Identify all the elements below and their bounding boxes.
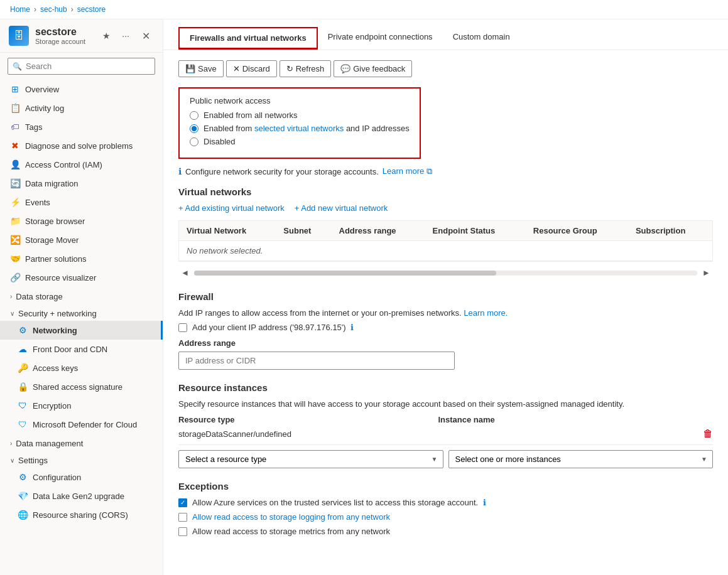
sidebar-item-resource-visualizer[interactable]: 🔗 Resource visualizer <box>0 268 163 287</box>
sidebar-item-tags[interactable]: 🏷 Tags <box>0 117 163 136</box>
tab-custom-domain[interactable]: Custom domain <box>443 27 520 50</box>
scroll-track[interactable] <box>194 271 697 276</box>
sidebar-item-defender[interactable]: 🛡 Microsoft Defender for Cloud <box>0 415 163 434</box>
azure-services-checkbox[interactable]: ✓ <box>178 498 187 507</box>
diagnose-label: Diagnose and solve problems <box>25 141 133 151</box>
front-door-icon: ☁ <box>18 344 28 354</box>
feedback-button[interactable]: 💬 Give feedback <box>334 60 412 77</box>
public-network-access-box: Public network access Enabled from all n… <box>178 87 421 159</box>
radio-selected-networks-input[interactable] <box>190 124 198 133</box>
sidebar-item-data-lake[interactable]: 💎 Data Lake Gen2 upgrade <box>0 486 163 505</box>
sidebar-item-storage-mover[interactable]: 🔀 Storage Mover <box>0 230 163 249</box>
toolbar: 💾 Save ✕ Discard ↻ Refresh 💬 Give feedba… <box>178 60 713 77</box>
content-area: Firewalls and virtual networks Private e… <box>163 19 728 575</box>
client-ip-label[interactable]: Add your client IP address ('98.97.176.1… <box>192 323 354 332</box>
diagnose-icon: ✖ <box>10 141 20 151</box>
existing-resource-value: storageDataScanner/undefined <box>178 429 436 439</box>
breadcrumb-secstore[interactable]: secstore <box>77 5 106 14</box>
add-existing-vnet-button[interactable]: + Add existing virtual network <box>178 203 285 213</box>
sidebar-item-partner-solutions[interactable]: 🤝 Partner solutions <box>0 249 163 268</box>
resource-type-select-container: Select a resource type ▼ <box>178 450 443 468</box>
encryption-label: Encryption <box>33 401 71 411</box>
cors-icon: 🌐 <box>18 510 28 520</box>
scroll-right-button[interactable]: ► <box>700 267 713 279</box>
radio-selected-networks-label[interactable]: Enabled from selected virtual networks a… <box>204 124 410 133</box>
data-storage-chevron: › <box>10 293 12 300</box>
defender-icon: 🛡 <box>18 419 28 429</box>
col-resource-type-header: Resource type <box>178 415 433 424</box>
events-label: Events <box>25 198 50 207</box>
scroll-left-button[interactable]: ◄ <box>178 267 192 279</box>
read-logging-checkbox[interactable] <box>178 513 187 522</box>
storage-browser-icon: 📁 <box>10 216 20 226</box>
vnet-table-container: Virtual Network Subnet Address range End… <box>178 220 713 262</box>
resource-instances-section: Resource instances Specify resource inst… <box>178 382 713 468</box>
save-icon: 💾 <box>185 64 195 73</box>
sidebar-item-activity-log[interactable]: 📋 Activity log <box>0 99 163 117</box>
sidebar-item-encryption[interactable]: 🛡 Encryption <box>0 396 163 415</box>
instance-name-select-container: Select one or more instances ▼ <box>448 450 714 468</box>
iam-icon: 👤 <box>10 159 20 169</box>
resource-visualizer-icon: 🔗 <box>10 272 20 282</box>
sidebar-item-data-migration[interactable]: 🔄 Data migration <box>0 174 163 193</box>
refresh-button[interactable]: ↻ Refresh <box>280 60 332 77</box>
resource-row-existing: storageDataScanner/undefined 🗑 <box>178 428 713 445</box>
info-row: ℹ Configure network security for your st… <box>178 166 713 176</box>
sidebar-item-shared-access[interactable]: 🔒 Shared access signature <box>0 377 163 396</box>
data-storage-section[interactable]: › Data storage <box>0 287 163 304</box>
instance-name-select[interactable]: Select one or more instances <box>449 451 697 468</box>
client-ip-checkbox[interactable] <box>178 323 187 332</box>
virtual-networks-title: Virtual networks <box>178 186 713 197</box>
read-logging-link[interactable]: Allow read access to storage logging fro… <box>192 512 390 522</box>
delete-resource-button[interactable]: 🗑 <box>703 428 713 439</box>
sidebar-item-access-keys[interactable]: 🔑 Access keys <box>0 358 163 377</box>
radio-disabled-label[interactable]: Disabled <box>204 137 236 146</box>
sidebar-item-diagnose[interactable]: ✖ Diagnose and solve problems <box>0 136 163 155</box>
save-button[interactable]: 💾 Save <box>178 60 224 77</box>
breadcrumb-home[interactable]: Home <box>10 5 30 14</box>
discard-button[interactable]: ✕ Discard <box>226 60 277 77</box>
data-management-section[interactable]: › Data management <box>0 434 163 451</box>
resource-type-select[interactable]: Select a resource type <box>179 451 426 468</box>
radio-all-networks-label[interactable]: Enabled from all networks <box>204 110 298 120</box>
shared-access-icon: 🔒 <box>18 382 28 392</box>
close-button[interactable]: ✕ <box>138 29 154 43</box>
virtual-networks-section: Virtual networks + Add existing virtual … <box>178 186 713 279</box>
content-body: 💾 Save ✕ Discard ↻ Refresh 💬 Give feedba… <box>163 50 728 575</box>
settings-section[interactable]: ∨ Settings <box>0 451 163 468</box>
storage-mover-icon: 🔀 <box>10 235 20 245</box>
sidebar-item-cors[interactable]: 🌐 Resource sharing (CORS) <box>0 505 163 524</box>
add-new-vnet-button[interactable]: + Add new virtual network <box>295 203 388 213</box>
feedback-icon: 💬 <box>340 64 350 73</box>
radio-disabled-input[interactable] <box>190 137 198 146</box>
search-input[interactable] <box>8 58 155 75</box>
favorite-button[interactable]: ★ <box>100 30 113 42</box>
resource-instances-title: Resource instances <box>178 382 713 393</box>
sidebar-nav: ⊞ Overview 📋 Activity log 🏷 Tags ✖ Diagn… <box>0 80 163 575</box>
sidebar-item-overview[interactable]: ⊞ Overview <box>0 80 163 99</box>
radio-all-networks-input[interactable] <box>190 111 198 120</box>
sidebar-item-networking[interactable]: ⚙ Networking <box>0 321 163 340</box>
activity-log-icon: 📋 <box>10 103 20 113</box>
address-range-input[interactable] <box>178 352 455 370</box>
sidebar-item-iam[interactable]: 👤 Access Control (IAM) <box>0 155 163 174</box>
read-metrics-checkbox[interactable] <box>178 527 187 536</box>
firewall-learn-more-link[interactable]: Learn more. <box>464 308 508 318</box>
learn-more-link[interactable]: Learn more ⧉ <box>383 166 432 176</box>
sidebar-item-storage-browser[interactable]: 📁 Storage browser <box>0 212 163 230</box>
more-options-button[interactable]: ··· <box>119 30 132 42</box>
sidebar-item-front-door[interactable]: ☁ Front Door and CDN <box>0 340 163 358</box>
sidebar-item-events[interactable]: ⚡ Events <box>0 193 163 212</box>
refresh-icon: ↻ <box>286 64 293 73</box>
cors-label: Resource sharing (CORS) <box>33 510 128 520</box>
sidebar-item-configuration[interactable]: ⚙ Configuration <box>0 468 163 486</box>
sidebar-logo: 🗄 <box>9 26 29 46</box>
main-layout: 🗄 secstore Storage account ★ ··· ✕ 🔍 ⊞ O… <box>0 19 728 575</box>
tab-private-endpoint[interactable]: Private endpoint connections <box>318 27 443 50</box>
tab-firewalls[interactable]: Firewalls and virtual networks <box>178 27 318 50</box>
radio-disabled: Disabled <box>190 137 410 146</box>
info-text: Configure network security for your stor… <box>185 167 379 176</box>
breadcrumb-sec-hub[interactable]: sec-hub <box>40 5 67 14</box>
security-networking-section[interactable]: ∨ Security + networking <box>0 304 163 321</box>
client-ip-info-icon: ℹ <box>350 323 354 332</box>
